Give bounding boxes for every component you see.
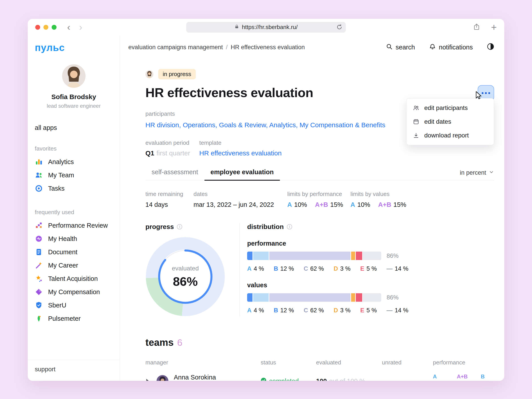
time-remaining-value: 14 days (146, 201, 194, 208)
values-legend: A4 % B12 % C62 % D3 % E5 % —14 % (247, 307, 494, 314)
user-profile[interactable]: Sofia Brodsky lead software engineer (28, 64, 120, 109)
bell-icon (429, 43, 436, 51)
favorites-section-label: favorites (35, 145, 120, 152)
chevron-down-icon (489, 169, 494, 176)
share-icon[interactable] (473, 23, 480, 32)
sidebar-item-all-apps[interactable]: all apps (35, 124, 120, 132)
pulsemeter-icon (35, 315, 43, 323)
bar-segment-B (253, 293, 269, 302)
people-icon (413, 105, 419, 111)
user-avatar (62, 64, 86, 88)
my-compensation-icon (35, 288, 43, 296)
close-window-button[interactable] (35, 25, 40, 30)
manager-avatar (157, 375, 168, 381)
sidebar-item-performance-review[interactable]: Performance Review (28, 219, 120, 232)
dates-label: dates (194, 191, 287, 197)
participants-links[interactable]: HR division, Operations, Goals & Review,… (146, 120, 409, 130)
main-content: evaluation campaigns management / HR eff… (120, 35, 504, 381)
sidebar-item-support[interactable]: support (28, 360, 120, 381)
limits-by-performance-label: limits by performance (287, 191, 350, 197)
sidebar-item-label: Talent Acquisition (48, 275, 98, 282)
browser-window: ‹ › https://hr.sberbank.ru/ + пульс (28, 19, 504, 381)
template-link[interactable]: HR effectiveness evaluation (199, 149, 282, 157)
sidebar-item-pulsemeter[interactable]: Pulsemeter (28, 312, 120, 325)
distribution-group-performance: performance (247, 240, 494, 247)
browser-chrome: ‹ › https://hr.sberbank.ru/ + (28, 19, 504, 35)
sidebar-item-label: My Health (48, 235, 77, 242)
user-role: lead software engineer (28, 103, 120, 109)
values-distribution-bar (247, 293, 381, 302)
sidebar-item-document[interactable]: Document (28, 245, 120, 259)
frequently-used-section-label: frequently used (35, 209, 120, 216)
bar-segment-unrated (363, 293, 381, 302)
row-status: completed (269, 378, 299, 381)
contrast-icon (487, 43, 494, 52)
column-status: status (261, 359, 316, 366)
info-icon[interactable]: i (177, 224, 182, 229)
campaign-owner-avatar (146, 70, 153, 78)
bar-segment-unrated (363, 252, 381, 260)
evaluation-period-value: Q1first quarter (146, 149, 199, 157)
sidebar-item-my-health[interactable]: My Health (28, 232, 120, 245)
forward-button: › (79, 23, 82, 32)
expand-row-icon[interactable] (146, 378, 151, 381)
info-icon[interactable]: i (287, 224, 292, 229)
new-tab-button[interactable]: + (491, 22, 497, 32)
notifications-button[interactable]: notifications (429, 43, 473, 51)
sidebar-item-analytics[interactable]: Analytics (28, 155, 120, 168)
search-button[interactable]: search (386, 43, 415, 51)
sidebar-item-label: Analytics (48, 158, 74, 165)
column-performance: performance (433, 359, 494, 366)
sidebar-item-tasks[interactable]: Tasks (28, 182, 120, 195)
sidebar-item-talent-acquisition[interactable]: Talent Acquisition (28, 272, 120, 285)
column-evaluated: evaluated (316, 359, 382, 366)
search-icon (386, 43, 393, 51)
traffic-lights (35, 25, 57, 30)
page-title: HR effectiveness evaluation (146, 85, 478, 100)
template-label: template (199, 139, 282, 146)
maximize-window-button[interactable] (52, 25, 57, 30)
unit-selector[interactable]: in percent (460, 169, 494, 180)
talent-acquisition-icon (35, 275, 43, 283)
values-bar-total: 86% (386, 294, 399, 301)
tab-employee-evaluation[interactable]: employee evaluation (204, 168, 280, 180)
distribution-group-values: values (247, 282, 494, 289)
analytics-icon (35, 158, 43, 166)
menu-item-download-report[interactable]: download report (406, 129, 494, 142)
sidebar-item-label: Pulsemeter (48, 315, 81, 322)
table-row[interactable]: Anna Sorokina HR Testing completed 100ou… (146, 374, 494, 381)
sidebar-item-label: SberU (48, 302, 66, 309)
sidebar-item-my-compensation[interactable]: My Compensation (28, 285, 120, 298)
minimize-window-button[interactable] (44, 25, 48, 30)
tasks-icon (35, 184, 43, 192)
teams-section-title: teams (146, 337, 174, 348)
sidebar-item-my-team[interactable]: My Team (28, 168, 120, 182)
breadcrumb-campaigns-link[interactable]: evaluation campaigns management (128, 44, 223, 51)
sidebar-item-label: My Team (48, 171, 74, 179)
sidebar: пульс Sofia Brodsky lead software engine… (28, 35, 120, 381)
back-button[interactable]: ‹ (67, 23, 70, 32)
context-menu: edit participants edit dates download re… (406, 98, 494, 145)
evaluation-period-label: evaluation period (146, 139, 199, 146)
my-team-icon (35, 171, 43, 179)
refresh-icon[interactable] (336, 24, 343, 32)
time-remaining-label: time remaining (146, 191, 194, 197)
sidebar-item-my-career[interactable]: My Career (28, 259, 120, 272)
document-icon (35, 248, 43, 256)
menu-item-edit-dates[interactable]: edit dates (406, 115, 494, 129)
theme-toggle[interactable] (487, 43, 494, 52)
row-unrated: — (382, 378, 433, 381)
bar-segment-B (253, 252, 269, 260)
progress-section-title: progress (146, 223, 174, 231)
tab-self-assessment[interactable]: self-assessment (146, 168, 204, 180)
teams-table-header: manager status evaluated unrated perform… (146, 359, 494, 366)
sidebar-item-sberu[interactable]: SberU (28, 298, 120, 312)
bar-segment-D (351, 252, 355, 260)
bar-segment-C (269, 252, 350, 260)
status-badge: in progress (158, 69, 196, 79)
breadcrumb: evaluation campaigns management / HR eff… (128, 44, 305, 51)
dates-value: mar 13, 2022 – jun 24, 2022 (194, 201, 287, 208)
menu-item-edit-participants[interactable]: edit participants (406, 101, 494, 115)
url-bar[interactable]: https://hr.sberbank.ru/ (186, 22, 346, 32)
pulse-logo[interactable]: пульс (35, 42, 120, 53)
